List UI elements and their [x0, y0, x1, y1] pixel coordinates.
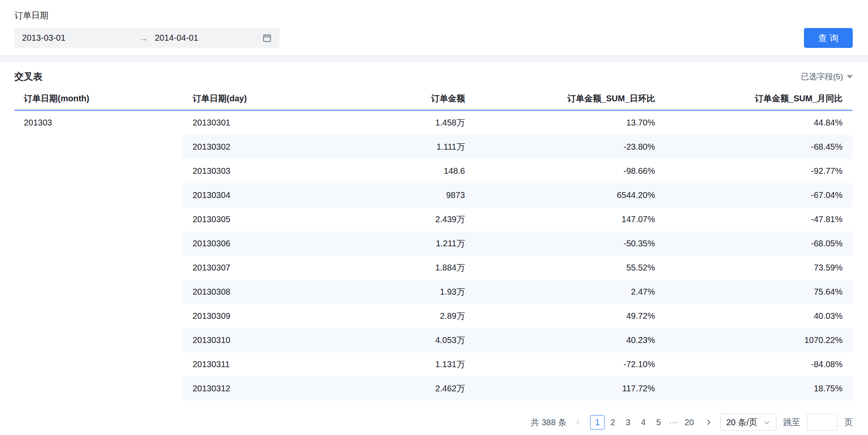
cell-dod: -23.80%: [465, 142, 655, 152]
page-size-value: 20 条/页: [726, 417, 757, 428]
cell-dod: 2.47%: [465, 287, 655, 297]
cell-mom: 1070.22%: [655, 335, 843, 345]
table-row: 20130305 2.439万 147.07% -47.81%: [14, 207, 853, 231]
cell-mom: 40.03%: [655, 311, 843, 321]
jump-forward-ellipsis[interactable]: •••: [666, 419, 681, 426]
cell-day: 20130301: [183, 118, 321, 128]
cell-day: 20130312: [183, 384, 321, 393]
jump-to-label: 跳至: [783, 417, 800, 428]
page-button-4[interactable]: 4: [636, 415, 650, 429]
column-header-amount: 订单金额: [321, 93, 465, 104]
table-row: 20130306 1.211万 -50.35% -68.05%: [14, 231, 853, 256]
cell-mom: 18.75%: [655, 384, 843, 393]
table-row: 201303 20130301 1.458万 13.70% 44.84%: [14, 111, 853, 135]
cell-dod: -50.35%: [465, 239, 655, 248]
query-button[interactable]: 查 询: [804, 28, 853, 48]
cell-month: [14, 376, 183, 401]
cell-month: [14, 280, 183, 304]
cell-amount: 2.439万: [321, 214, 465, 225]
date-start-value[interactable]: 2013-03-01: [22, 33, 139, 43]
calendar-icon: [262, 33, 272, 43]
cell-amount: 2.89万: [321, 310, 465, 322]
cell-amount: 4.053万: [321, 335, 465, 346]
cell-month: [14, 352, 183, 376]
table-body: 201303 20130301 1.458万 13.70% 44.84% 201…: [14, 111, 853, 401]
page-button-5[interactable]: 5: [651, 415, 666, 429]
table-row: 20130308 1.93万 2.47% 75.64%: [14, 280, 853, 304]
section-divider: [0, 55, 868, 62]
selected-fields-button[interactable]: 已选字段(5): [801, 71, 853, 82]
cell-day: 20130311: [183, 360, 321, 369]
cell-amount: 1.111万: [321, 141, 465, 153]
order-date-label: 订单日期: [14, 10, 853, 21]
cell-month: [14, 231, 183, 256]
page-button-1[interactable]: 1: [590, 415, 605, 429]
cell-month: [14, 256, 183, 280]
column-header-month: 订单日期(month): [14, 93, 183, 104]
cell-dod: 55.52%: [465, 263, 655, 273]
cell-mom: -67.04%: [655, 190, 843, 200]
total-count: 共 388 条: [531, 417, 566, 428]
cell-mom: -84.08%: [655, 360, 843, 369]
card-title: 交叉表: [14, 70, 42, 83]
filter-panel: 订单日期 2013-03-01 → 2014-04-01 查 询: [0, 0, 868, 55]
cell-mom: -92.77%: [655, 166, 843, 176]
cell-amount: 9873: [321, 190, 465, 200]
date-end-value[interactable]: 2014-04-01: [155, 33, 198, 43]
cell-mom: -47.81%: [655, 215, 843, 224]
cell-amount: 1.458万: [321, 117, 465, 128]
caret-down-icon: [847, 75, 853, 78]
page-button-last[interactable]: 20: [682, 415, 696, 429]
cell-amount: 1.884万: [321, 262, 465, 273]
table-row: 20130312 2.462万 117.72% 18.75%: [14, 376, 853, 401]
page-suffix-label: 页: [844, 417, 853, 428]
cell-dod: -98.66%: [465, 166, 655, 176]
next-page-button[interactable]: [703, 417, 714, 427]
cell-month: [14, 183, 183, 207]
cell-mom: 44.84%: [655, 118, 843, 128]
cell-dod: 117.72%: [465, 384, 655, 393]
table-row: 20130309 2.89万 49.72% 40.03%: [14, 304, 853, 328]
cell-month: [14, 135, 183, 159]
table-row: 20130307 1.884万 55.52% 73.59%: [14, 256, 853, 280]
pagination-bar: 共 388 条 1 2 3 4 5 ••• 20 20 条/页 跳至 页: [14, 413, 853, 431]
chevron-down-icon: [763, 419, 770, 426]
date-range-picker[interactable]: 2013-03-01 → 2014-04-01: [14, 28, 280, 48]
cell-day: 20130307: [183, 263, 321, 273]
cell-month: [14, 159, 183, 183]
cell-dod: 49.72%: [465, 311, 655, 321]
cell-dod: 147.07%: [465, 215, 655, 224]
page-button-3[interactable]: 3: [621, 415, 635, 429]
cell-day: 20130306: [183, 239, 321, 248]
column-header-dod: 订单金额_SUM_日环比: [465, 93, 655, 104]
column-header-day: 订单日期(day): [183, 93, 321, 104]
table-row: 20130303 148.6 -98.66% -92.77%: [14, 159, 853, 183]
cell-month: [14, 304, 183, 328]
cell-mom: -68.05%: [655, 239, 843, 248]
jump-page-input[interactable]: [807, 414, 837, 431]
cell-day: 20130309: [183, 311, 321, 321]
arrow-right-icon: →: [139, 33, 148, 42]
column-header-mom: 订单金额_SUM_月同比: [655, 93, 843, 104]
prev-page-button[interactable]: [573, 417, 583, 427]
table-row: 20130310 4.053万 40.23% 1070.22%: [14, 328, 853, 352]
cell-day: 20130304: [183, 190, 321, 200]
page-size-select[interactable]: 20 条/页: [720, 414, 776, 431]
table-row: 20130311 1.131万 -72.10% -84.08%: [14, 352, 853, 376]
cell-day: 20130302: [183, 142, 321, 152]
cell-dod: -72.10%: [465, 360, 655, 369]
table-row: 20130304 9873 6544.20% -67.04%: [14, 183, 853, 207]
cell-day: 20130308: [183, 287, 321, 297]
cell-month: [14, 328, 183, 352]
crosstab-card: 交叉表 已选字段(5) 订单日期(month) 订单日期(day) 订单金额 订…: [0, 62, 868, 431]
cell-day: 20130305: [183, 215, 321, 224]
cell-day: 20130310: [183, 335, 321, 345]
cell-amount: 2.462万: [321, 383, 465, 394]
table-row: 20130302 1.111万 -23.80% -68.45%: [14, 135, 853, 159]
cell-day: 20130303: [183, 166, 321, 176]
cell-dod: 40.23%: [465, 335, 655, 345]
cell-amount: 1.211万: [321, 238, 465, 249]
cell-mom: 75.64%: [655, 287, 843, 297]
page-button-2[interactable]: 2: [605, 415, 620, 429]
cell-month: [14, 207, 183, 231]
